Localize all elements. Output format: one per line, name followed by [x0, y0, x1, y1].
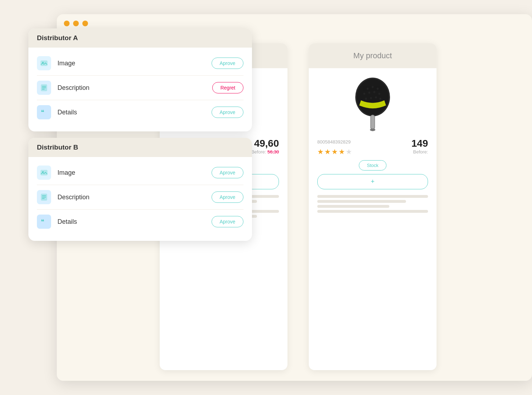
svg-point-9: [377, 88, 379, 90]
svg-rect-31: [41, 170, 47, 175]
svg-rect-24: [41, 61, 47, 66]
svg-point-12: [373, 91, 375, 93]
svg-point-17: [379, 98, 382, 100]
svg-point-8: [372, 86, 374, 88]
approval-row-details-a: ❝ Details Aprove: [37, 100, 243, 124]
product-image-paddle: [337, 75, 408, 132]
svg-point-13: [378, 93, 380, 95]
desc-line-p2: [317, 200, 406, 203]
details-icon-b: ❝: [37, 215, 51, 229]
distributor-body-a: Image Aprove Description Regret: [28, 48, 252, 131]
row-label-details-a: Details: [57, 109, 205, 116]
approve-button-desc-b[interactable]: Aprove: [212, 191, 243, 203]
sku-paddle: 8005848392829: [317, 139, 352, 145]
approval-row-image-a: Image Aprove: [37, 51, 243, 76]
distributor-title-a: Distributor A: [37, 34, 243, 42]
svg-point-15: [370, 97, 372, 99]
price-main-shoes: 49,60: [251, 138, 279, 149]
svg-rect-22: [371, 115, 374, 129]
regret-button-desc-a[interactable]: Regret: [212, 82, 243, 93]
add-button-paddle[interactable]: +: [317, 174, 428, 189]
desc-lines-paddle: [317, 193, 428, 215]
row-label-desc-b: Description: [57, 194, 205, 201]
dot-3: [82, 21, 88, 26]
row-label-image-a: Image: [57, 60, 205, 67]
product-title-paddle: My product: [317, 51, 428, 60]
stock-button-paddle[interactable]: Stock: [359, 160, 387, 171]
approve-button-image-b[interactable]: Aprove: [212, 167, 243, 178]
svg-point-14: [365, 98, 367, 100]
distributor-card-a: Distributor A Image Aprove: [28, 28, 252, 131]
desc-line-p4: [317, 210, 428, 213]
desc-icon-b: [37, 190, 51, 204]
approve-button-details-b[interactable]: Aprove: [212, 216, 243, 227]
details-icon-a: ❝: [37, 105, 51, 119]
approval-row-desc-a: Description Regret: [37, 76, 243, 100]
approval-row-image-b: Image Aprove: [37, 161, 243, 185]
product-card-header-paddle: My product: [309, 43, 437, 68]
price-before-paddle: Before:: [411, 149, 428, 155]
price-before-shoes: Before: 56,30: [251, 149, 279, 155]
plus-icon-paddle: +: [371, 178, 375, 185]
svg-point-11: [368, 92, 371, 94]
desc-line-p1: [317, 195, 428, 198]
price-main-paddle: 149: [411, 138, 428, 149]
price-block-shoes: 49,60 Before: 56,30: [251, 138, 279, 155]
svg-text:❝: ❝: [41, 109, 44, 116]
svg-point-6: [357, 79, 389, 115]
price-row-paddle: 8005848392829 ★ ★ ★ ★ ★ 149 Before:: [317, 138, 428, 159]
distributor-header-b: Distributor B: [28, 138, 252, 157]
approve-button-details-a[interactable]: Aprove: [212, 107, 243, 118]
approve-button-image-a[interactable]: Aprove: [212, 58, 243, 69]
distributor-body-b: Image Aprove Description Aprove: [28, 157, 252, 241]
approval-row-desc-b: Description Aprove: [37, 185, 243, 210]
dot-1: [64, 21, 70, 26]
price-block-paddle: 149 Before:: [411, 138, 428, 155]
stars-paddle: ★ ★ ★ ★ ★: [317, 147, 352, 156]
svg-point-16: [375, 96, 377, 98]
product-card-paddle: My product: [309, 43, 437, 370]
product-card-body-paddle: 8005848392829 ★ ★ ★ ★ ★ 149 Before:: [309, 68, 437, 222]
desc-line-p3: [317, 205, 389, 208]
row-label-desc-a: Description: [57, 84, 206, 92]
approval-row-details-b: ❝ Details Aprove: [37, 210, 243, 234]
image-icon-b: [37, 166, 51, 180]
svg-text:❝: ❝: [41, 218, 44, 225]
image-icon-a: [37, 56, 51, 70]
distributor-header-a: Distributor A: [28, 28, 252, 48]
row-label-details-b: Details: [57, 218, 205, 226]
distributor-card-b: Distributor B Image Aprove: [28, 138, 252, 241]
desc-icon-a: [37, 81, 51, 95]
svg-point-23: [370, 129, 375, 131]
dot-2: [73, 21, 79, 26]
svg-point-7: [367, 88, 369, 90]
approval-panel: Distributor A Image Aprove: [28, 28, 252, 241]
svg-point-10: [363, 93, 366, 95]
row-label-image-b: Image: [57, 169, 205, 177]
distributor-title-b: Distributor B: [37, 144, 243, 151]
